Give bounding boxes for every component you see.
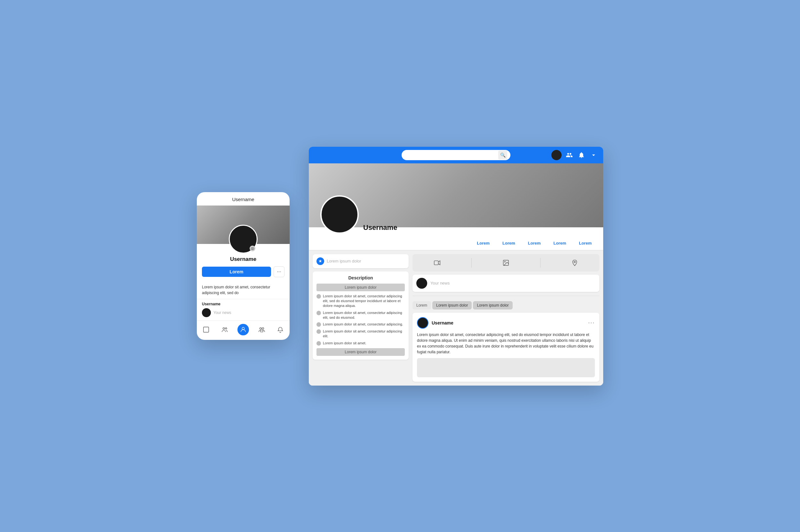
tab-2[interactable]: Lorem [496,237,522,250]
browser-nav-avatar[interactable] [551,150,562,160]
desc-heading: Lorem ipsum dolor [316,284,405,291]
phone-news-placeholder[interactable]: Your news [214,310,231,315]
profile-section: Username Lorem Lorem Lorem Lorem Lorem [309,164,603,250]
post-card-avatar [417,317,429,329]
search-input[interactable] [405,152,496,157]
tab-3[interactable]: Lorem [522,237,547,250]
phone-header: Username [197,192,290,206]
desc-dot-4 [316,329,321,334]
phone-primary-button[interactable]: Lorem [202,267,271,277]
phone-nav-home[interactable] [200,325,212,335]
desktop-browser: 🔍 Username [309,147,603,385]
profile-name: Username [363,224,397,232]
video-button[interactable] [429,258,446,268]
phone-nav-friends[interactable] [219,325,231,335]
svg-point-4 [225,328,227,329]
browser-main-content: ★ Lorem ipsum dolor Description Lorem ip… [309,250,603,385]
search-bar: 🔍 [402,150,510,160]
news-placeholder[interactable]: Your news [431,281,596,285]
desc-item-1: Lorem ipsum dolor sit amet, consectetur … [316,294,405,308]
desc-item-3: Lorem ipsum dolor sit amet, consectetur … [316,322,405,327]
phone-news-username: Username [202,302,285,306]
desc-dot-5 [316,341,321,346]
tab-5[interactable]: Lorem [572,237,598,250]
browser-nav-icons [551,150,598,160]
post-card-header: Username ··· [417,317,595,329]
phone-nav-groups[interactable] [256,325,268,335]
profile-tabs: Lorem Lorem Lorem Lorem Lorem [309,227,603,250]
phone-news-section: Username Your news [197,299,290,320]
svg-point-7 [262,328,264,330]
svg-point-6 [260,328,262,330]
post-card-text: Lorem ipsum dolor sit amet, consectetur … [417,332,595,355]
desc-dot-3 [316,322,321,327]
tab-lorem-2[interactable]: Lorem ipsum dolor [473,301,512,309]
post-card: Username ··· Lorem ipsum dolor sit amet,… [413,313,599,382]
post-card-user: Username [417,317,453,329]
phone-news-input-row: Your news [202,308,285,317]
phone-news-avatar [202,308,211,317]
svg-point-10 [504,261,505,262]
tab-lorem-1[interactable]: Lorem ipsum dolor [432,301,472,309]
phone-username: Username [202,256,285,263]
media-icons-row [413,254,599,271]
news-avatar [416,278,427,289]
post-input-box[interactable]: ★ Lorem ipsum dolor [313,254,408,268]
desc-footer[interactable]: Lorem ipsum dolor [316,348,405,356]
tab-left[interactable]: Lorem [413,301,431,309]
profile-avatar [320,195,359,234]
phone-cover-photo [197,206,290,244]
location-button[interactable] [566,258,583,268]
svg-point-3 [223,328,225,330]
dropdown-icon[interactable] [589,151,598,159]
phone-title: Username [232,197,254,202]
search-icon[interactable]: 🔍 [498,151,507,159]
desc-dot-1 [316,294,321,299]
camera-icon[interactable] [250,246,255,251]
news-input-row[interactable]: Your news [413,274,599,292]
phone-nav-profile[interactable] [237,324,249,335]
browser-topbar: 🔍 [309,147,603,164]
news-divider [413,296,599,296]
post-placeholder: Lorem ipsum dolor [327,259,405,263]
right-column: Your news Lorem Lorem ipsum dolor Lorem … [413,254,599,382]
description-title: Description [316,275,405,280]
desc-item-2: Lorem ipsum dolor sit amet, consectetur … [316,310,405,320]
phone-bottom-nav [197,320,290,340]
profile-cover: Username [309,164,603,227]
desc-dot-2 [316,311,321,315]
star-icon: ★ [316,258,324,265]
phone-action-buttons: Lorem ··· [202,266,285,277]
phone-avatar [229,225,258,253]
svg-point-1 [252,248,253,249]
mobile-phone: Username Username Lorem ··· Lorem ipsum … [197,192,290,340]
friends-icon[interactable] [565,151,574,159]
desc-item-4: Lorem ipsum dolor sit amet, consectetur … [316,329,405,339]
post-card-username: Username [432,320,453,325]
desc-item-5: Lorem ipsum dolor sit amet. [316,341,405,346]
svg-point-11 [574,261,576,263]
post-card-more-button[interactable]: ··· [588,319,595,326]
phone-username-section: Username Lorem ··· [197,256,290,284]
svg-rect-8 [434,261,438,265]
svg-point-5 [242,327,244,330]
phone-dots-button[interactable]: ··· [274,266,285,277]
tab-4[interactable]: Lorem [547,237,573,250]
phone-nav-notifications[interactable] [275,325,286,335]
tabs-row: Lorem Lorem ipsum dolor Lorem ipsum dolo… [413,301,599,309]
description-box: Description Lorem ipsum dolor Lorem ipsu… [313,271,408,360]
phone-bio: Lorem ipsum dolor sit amet, consectetur … [197,284,290,299]
post-card-footer-actions [417,358,595,377]
left-column: ★ Lorem ipsum dolor Description Lorem ip… [313,254,408,382]
notifications-icon[interactable] [577,151,586,159]
svg-rect-2 [203,327,209,332]
tab-1[interactable]: Lorem [470,237,496,250]
image-button[interactable] [497,258,514,268]
